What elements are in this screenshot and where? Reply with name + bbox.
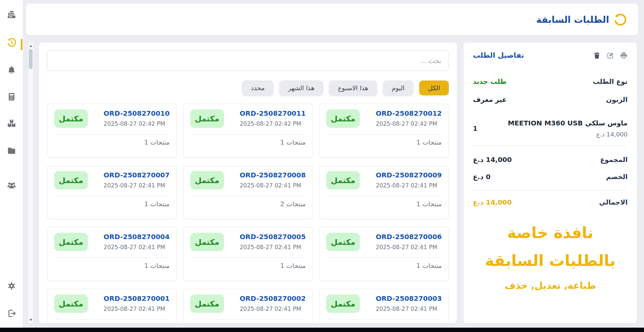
boxes-icon[interactable] (0, 119, 23, 128)
order-date: 2025-08-27 02:41 PM (104, 182, 170, 189)
filter-this-month-button[interactable]: هذا الشهر (279, 80, 323, 95)
order-id[interactable]: ORD-2508270003 (376, 294, 442, 302)
history-icon[interactable] (0, 38, 23, 47)
bell-icon[interactable] (0, 65, 23, 74)
totals-section: المجموع 14,000 د.ع الخصم 0 د.ع الاجمالي … (473, 156, 628, 206)
order-card[interactable]: ORD-25082700072025-08-27 02:41 PM مكتمل … (47, 165, 177, 219)
discount-row: الخصم 0 د.ع (473, 173, 628, 181)
print-icon[interactable] (620, 52, 628, 59)
status-badge: مكتمل (54, 294, 88, 313)
order-id[interactable]: ORD-2508270010 (104, 109, 170, 117)
search-input[interactable] (47, 50, 449, 71)
scrollbar-down-arrow[interactable] (28, 317, 33, 323)
order-date: 2025-08-27 02:41 PM (376, 306, 442, 312)
status-badge: مكتمل (190, 109, 224, 128)
filter-today-button[interactable]: اليوم (383, 80, 413, 95)
subtotal-value: 14,000 د.ع (473, 156, 512, 164)
order-id[interactable]: ORD-2508270006 (376, 233, 442, 241)
filter-this-week-button[interactable]: هذا الاسبوع (329, 80, 377, 95)
order-items-count: 2 منتجات (326, 319, 442, 324)
calculator-icon[interactable] (0, 92, 23, 101)
order-id[interactable]: ORD-2508270005 (240, 233, 306, 241)
orders-scrollbar[interactable] (28, 42, 34, 324)
active-nav-indicator (21, 39, 22, 50)
details-header: تفاصيل الطلب (473, 51, 628, 59)
history-undo-icon (614, 13, 626, 26)
order-date: 2025-08-27 02:41 PM (240, 244, 306, 251)
filter-custom-button[interactable]: محدد (242, 80, 273, 95)
discount-label: الخصم (606, 173, 628, 181)
users-icon[interactable] (0, 181, 23, 190)
order-date: 2025-08-27 02:42 PM (104, 120, 170, 127)
order-details-panel: تفاصيل الطلب نوع الطلب طلب جديد الزبون غ… (463, 42, 637, 324)
order-date: 2025-08-27 02:41 PM (104, 244, 170, 251)
order-id[interactable]: ORD-2508270007 (104, 171, 170, 179)
customer-value: غير معرف (473, 96, 507, 104)
order-card[interactable]: ORD-25082700012025-08-27 02:41 PM مكتمل … (47, 289, 177, 324)
product-quantity: 1 (473, 125, 477, 132)
order-card[interactable]: ORD-25082700102025-08-27 02:42 PM مكتمل … (47, 104, 177, 158)
order-card[interactable]: ORD-25082700082025-08-27 02:41 PM مكتمل … (183, 165, 313, 219)
status-badge: مكتمل (326, 294, 360, 313)
order-items-count: 2 منتجات (190, 196, 306, 208)
date-filters: الكل اليوم هذا الاسبوع هذا الشهر محدد (47, 80, 449, 95)
order-id[interactable]: ORD-2508270002 (240, 294, 306, 302)
status-badge: مكتمل (190, 171, 224, 189)
order-items-count: 1 منتجات (54, 258, 170, 269)
orders-panel: الكل اليوم هذا الاسبوع هذا الشهر محدد OR… (39, 42, 457, 324)
order-id[interactable]: ORD-2508270004 (104, 233, 170, 241)
order-card[interactable]: ORD-25082700092025-08-27 02:41 PM مكتمل … (319, 165, 449, 219)
product-line-item: ماوس سلكي MEETION M360 USB 14,000 د.ع 1 (473, 119, 628, 138)
product-info: ماوس سلكي MEETION M360 USB 14,000 د.ع (508, 119, 628, 138)
order-date: 2025-08-27 02:42 PM (240, 120, 306, 127)
watermark-line-2: بالطلبات السابقة (473, 247, 628, 275)
order-id[interactable]: ORD-2508270008 (240, 171, 306, 179)
customer-row: الزبون غير معرف (473, 96, 628, 104)
logout-icon[interactable] (0, 309, 23, 318)
order-card[interactable]: ORD-25082700022025-08-27 02:41 PM مكتمل … (183, 289, 313, 324)
bottom-bar (0, 328, 644, 332)
order-items-count: 1 منتجات (54, 134, 170, 146)
order-items-count: 1 منتجات (326, 134, 442, 146)
order-date: 2025-08-27 02:41 PM (376, 244, 442, 251)
scrollbar-thumb[interactable] (29, 49, 33, 69)
product-price: 14,000 د.ع (508, 131, 628, 138)
discount-value: 0 د.ع (473, 173, 490, 181)
order-id[interactable]: ORD-2508270011 (240, 109, 306, 117)
order-id[interactable]: ORD-2508270001 (104, 294, 170, 302)
order-id[interactable]: ORD-2508270009 (376, 171, 442, 179)
watermark-line-1: نافذة خاصة (473, 219, 628, 247)
order-card[interactable]: ORD-25082700062025-08-27 02:41 PM مكتمل … (319, 227, 449, 281)
pos-previous-orders-page: { "header": { "title": "الطلبات السابقة"… (0, 0, 644, 332)
order-card[interactable]: ORD-25082700052025-08-27 02:41 PM مكتمل … (183, 227, 313, 281)
folder-icon[interactable] (0, 146, 23, 155)
status-badge: مكتمل (326, 233, 360, 251)
watermark-line-3: طباعة, تعديل, حذف (473, 280, 628, 291)
order-items-count: 1 منتجات (190, 319, 306, 324)
orders-grid: ORD-25082700122025-08-27 02:42 PM مكتمل … (47, 104, 449, 324)
order-date: 2025-08-27 02:41 PM (104, 306, 170, 312)
order-card[interactable]: ORD-25082700122025-08-27 02:42 PM مكتمل … (319, 104, 449, 158)
order-date: 2025-08-27 02:41 PM (240, 306, 306, 312)
trash-icon[interactable] (593, 52, 601, 59)
gear-icon[interactable] (0, 281, 23, 290)
order-card[interactable]: ORD-25082700112025-08-27 02:42 PM مكتمل … (183, 104, 313, 158)
edit-icon[interactable] (606, 52, 614, 59)
order-card[interactable]: ORD-25082700032025-08-27 02:41 PM مكتمل … (319, 289, 449, 324)
page-header: الطلبات السابقة (26, 3, 639, 36)
order-id[interactable]: ORD-2508270012 (376, 109, 442, 117)
scrollbar-up-arrow[interactable] (28, 43, 33, 49)
order-card[interactable]: ORD-25082700042025-08-27 02:41 PM مكتمل … (47, 227, 177, 281)
grand-total-label: الاجمالي (599, 198, 628, 206)
filter-all-button[interactable]: الكل (419, 80, 449, 95)
status-badge: مكتمل (54, 233, 88, 251)
details-title: تفاصيل الطلب (473, 51, 524, 59)
cash-register-icon[interactable] (0, 10, 23, 19)
status-badge: مكتمل (326, 109, 360, 128)
customer-label: الزبون (606, 96, 628, 104)
status-badge: مكتمل (54, 109, 88, 128)
order-type-label: نوع الطلب (593, 77, 628, 86)
order-items-count: 1 منتجات (326, 196, 442, 208)
order-items-count: 1 منتجات (190, 258, 306, 269)
subtotal-row: المجموع 14,000 د.ع (473, 156, 628, 164)
